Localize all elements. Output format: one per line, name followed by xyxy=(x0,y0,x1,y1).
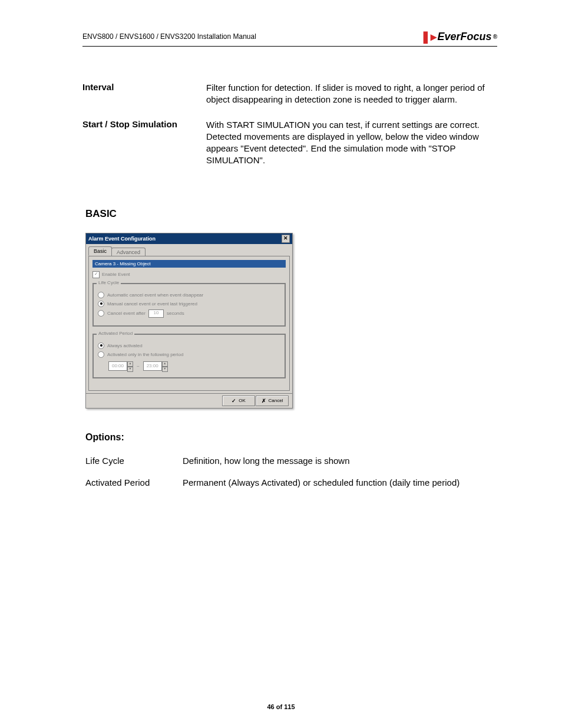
enable-event-checkbox[interactable]: ✓ xyxy=(92,271,100,278)
option-desc-lifecycle: Definition, how long the message is show… xyxy=(183,456,497,466)
life-cycle-group: Life Cycle Automatic cancel event when e… xyxy=(92,283,286,327)
activated-always-row[interactable]: Always activated xyxy=(98,342,280,349)
spin-down-icon[interactable]: ▼ xyxy=(127,367,133,372)
time-from-input[interactable]: 00:00 ▲▼ xyxy=(108,361,133,372)
radio-automatic[interactable] xyxy=(98,292,104,298)
page-footer: 46 of 115 xyxy=(0,703,562,710)
radio-always-label: Always activated xyxy=(107,343,143,348)
dialog-buttons: ✓ OK ✗ Cancel xyxy=(86,393,292,408)
cancel-button[interactable]: ✗ Cancel xyxy=(256,396,289,406)
life-cycle-manual-row[interactable]: Manual cancel event or event last trigge… xyxy=(98,301,280,307)
time-to-value[interactable]: 23:00 xyxy=(143,361,162,371)
life-cycle-cancel-after-row[interactable]: Cancel event after 10 seconds xyxy=(98,309,280,318)
alarm-event-dialog: Alarm Event Configuration ✕ Basic Advanc… xyxy=(85,233,293,409)
activated-period-group: Activated Period Always activated Activa… xyxy=(92,334,286,378)
ok-button[interactable]: ✓ OK xyxy=(222,396,255,406)
time-to-input[interactable]: 23:00 ▲▼ xyxy=(143,361,168,372)
def-term-interval: Interval xyxy=(82,82,206,106)
tabs-row: Basic Advanced xyxy=(86,244,292,256)
dialog-title: Alarm Event Configuration xyxy=(88,236,156,242)
spin-down-icon[interactable]: ▼ xyxy=(162,367,168,372)
radio-automatic-label: Automatic cancel event when event disapp… xyxy=(107,292,203,298)
life-cycle-legend: Life Cycle xyxy=(97,280,121,285)
radio-cancel-after-pre: Cancel event after xyxy=(107,311,146,316)
brand-mark: ® xyxy=(493,34,497,40)
brand-glyph-icon: ❚▸ xyxy=(421,29,437,44)
cancel-after-input[interactable]: 10 xyxy=(148,309,164,318)
tab-panel-basic: Camera 3 - Missing Object ✓ Enable Event… xyxy=(88,256,290,391)
radio-only-following[interactable] xyxy=(98,351,104,358)
dialog-titlebar[interactable]: Alarm Event Configuration ✕ xyxy=(86,233,292,244)
section-heading-basic: BASIC xyxy=(85,208,497,220)
options-table: Life Cycle Definition, how long the mess… xyxy=(85,456,497,487)
option-term-lifecycle: Life Cycle xyxy=(85,456,183,466)
activated-only-row[interactable]: Activated only in the following period xyxy=(98,351,280,358)
time-separator: ~ xyxy=(135,364,141,369)
manual-title: ENVS800 / ENVS1600 / ENVS3200 Installati… xyxy=(82,32,256,41)
def-term-simulation: Start / Stop Simulation xyxy=(82,119,206,167)
check-icon: ✓ xyxy=(232,398,236,404)
def-desc-simulation: With START SIMULATION you can test, if c… xyxy=(206,119,497,167)
time-from-value[interactable]: 00:00 xyxy=(108,361,127,371)
radio-manual[interactable] xyxy=(98,301,104,307)
enable-event-label: Enable Event xyxy=(102,272,130,277)
radio-only-following-label: Activated only in the following period xyxy=(107,352,183,357)
camera-label: Camera 3 - Missing Object xyxy=(92,260,286,268)
tab-basic[interactable]: Basic xyxy=(88,246,112,256)
radio-always[interactable] xyxy=(98,342,104,349)
time-range-row: 00:00 ▲▼ ~ 23:00 ▲▼ xyxy=(108,361,280,372)
ok-label: OK xyxy=(239,398,246,403)
enable-event-row[interactable]: ✓ Enable Event xyxy=(92,271,286,278)
x-icon: ✗ xyxy=(262,398,266,404)
definitions-table: Interval Filter function for detection. … xyxy=(82,82,497,167)
brand-logo: ❚▸ EverFocus ® xyxy=(421,29,497,44)
def-desc-interval: Filter function for detection. If slider… xyxy=(206,82,497,106)
tab-advanced[interactable]: Advanced xyxy=(111,248,146,256)
spin-up-icon[interactable]: ▲ xyxy=(127,361,133,367)
option-term-activated: Activated Period xyxy=(85,477,183,487)
options-heading: Options: xyxy=(85,432,497,443)
radio-cancel-after-post: seconds xyxy=(167,311,184,316)
life-cycle-automatic-row[interactable]: Automatic cancel event when event disapp… xyxy=(98,292,280,298)
cancel-label: Cancel xyxy=(269,398,283,403)
brand-name: EverFocus xyxy=(438,31,492,43)
page-header: ENVS800 / ENVS1600 / ENVS3200 Installati… xyxy=(82,29,497,47)
option-desc-activated: Permanent (Always Activated) or schedule… xyxy=(183,477,497,487)
spin-up-icon[interactable]: ▲ xyxy=(162,361,168,367)
radio-manual-label: Manual cancel event or event last trigge… xyxy=(107,301,197,307)
close-icon[interactable]: ✕ xyxy=(282,235,290,243)
activated-period-legend: Activated Period xyxy=(97,331,134,336)
radio-cancel-after[interactable] xyxy=(98,310,104,317)
